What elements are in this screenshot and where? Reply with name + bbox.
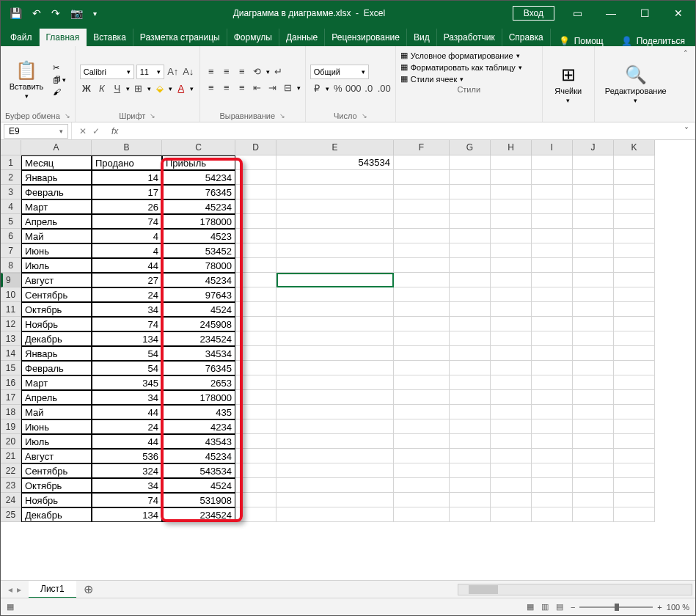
accept-formula-icon[interactable]: ✓ bbox=[92, 126, 100, 136]
cell-H17[interactable] bbox=[491, 390, 532, 405]
cell-G18[interactable] bbox=[450, 405, 491, 419]
cell-I7[interactable] bbox=[532, 243, 573, 258]
row-header-22[interactable]: 22 bbox=[1, 463, 21, 478]
cell-H18[interactable] bbox=[491, 405, 532, 419]
formula-input[interactable] bbox=[122, 122, 678, 139]
cell-A9[interactable]: Август bbox=[21, 273, 92, 287]
cell-G23[interactable] bbox=[450, 478, 491, 493]
cell-K14[interactable] bbox=[614, 346, 655, 361]
row-header-16[interactable]: 16 bbox=[1, 375, 21, 390]
login-button[interactable]: Вход bbox=[513, 6, 554, 21]
cell-B25[interactable]: 134 bbox=[92, 507, 162, 522]
cell-H12[interactable] bbox=[491, 317, 532, 331]
cell-H2[interactable] bbox=[491, 170, 532, 185]
cell-G17[interactable] bbox=[450, 390, 491, 405]
cell-J4[interactable] bbox=[573, 199, 614, 214]
cell-D2[interactable] bbox=[235, 170, 276, 185]
cell-A15[interactable]: Февраль bbox=[21, 361, 92, 375]
cell-J16[interactable] bbox=[573, 375, 614, 390]
cell-J21[interactable] bbox=[573, 449, 614, 463]
cell-A16[interactable]: Март bbox=[21, 375, 92, 390]
cell-E14[interactable] bbox=[276, 346, 394, 361]
cell-I15[interactable] bbox=[532, 361, 573, 375]
cell-F24[interactable] bbox=[394, 493, 450, 507]
cell-C21[interactable]: 45234 bbox=[162, 449, 235, 463]
row-header-5[interactable]: 5 bbox=[1, 214, 21, 229]
cell-E22[interactable] bbox=[276, 463, 394, 478]
cell-J18[interactable] bbox=[573, 405, 614, 419]
cell-B12[interactable]: 74 bbox=[92, 317, 162, 331]
cells-button[interactable]: ⊞ Ячейки ▾ bbox=[547, 49, 590, 119]
cell-J5[interactable] bbox=[573, 214, 614, 229]
cell-styles-button[interactable]: ▦Стили ячеек▾ bbox=[400, 74, 538, 84]
row-header-17[interactable]: 17 bbox=[1, 390, 21, 405]
cell-F15[interactable] bbox=[394, 361, 450, 375]
cell-H11[interactable] bbox=[491, 302, 532, 317]
cell-B6[interactable]: 4 bbox=[92, 229, 162, 243]
cell-G8[interactable] bbox=[450, 258, 491, 273]
cell-F23[interactable] bbox=[394, 478, 450, 493]
cell-D21[interactable] bbox=[235, 449, 276, 463]
cell-J13[interactable] bbox=[573, 331, 614, 346]
cell-G16[interactable] bbox=[450, 375, 491, 390]
cell-I23[interactable] bbox=[532, 478, 573, 493]
cell-F10[interactable] bbox=[394, 287, 450, 302]
row-header-19[interactable]: 19 bbox=[1, 419, 21, 434]
sheet-nav-prev-icon[interactable]: ◂ bbox=[8, 584, 12, 595]
cell-J2[interactable] bbox=[573, 170, 614, 185]
cell-C13[interactable]: 234524 bbox=[162, 331, 235, 346]
cell-J25[interactable] bbox=[573, 507, 614, 522]
cell-C11[interactable]: 4524 bbox=[162, 302, 235, 317]
save-icon[interactable]: 💾 bbox=[10, 7, 22, 19]
cell-J22[interactable] bbox=[573, 463, 614, 478]
cell-I25[interactable] bbox=[532, 507, 573, 522]
cell-F4[interactable] bbox=[394, 199, 450, 214]
tab-data[interactable]: Данные bbox=[279, 29, 325, 46]
cell-I6[interactable] bbox=[532, 229, 573, 243]
cell-K23[interactable] bbox=[614, 478, 655, 493]
cell-D20[interactable] bbox=[235, 434, 276, 449]
cell-H24[interactable] bbox=[491, 493, 532, 507]
cell-I4[interactable] bbox=[532, 199, 573, 214]
cell-D11[interactable] bbox=[235, 302, 276, 317]
cell-D14[interactable] bbox=[235, 346, 276, 361]
tab-page-layout[interactable]: Разметка страницы bbox=[133, 29, 227, 46]
cell-I20[interactable] bbox=[532, 434, 573, 449]
cell-I17[interactable] bbox=[532, 390, 573, 405]
cell-D24[interactable] bbox=[235, 493, 276, 507]
cell-D18[interactable] bbox=[235, 405, 276, 419]
row-header-6[interactable]: 6 bbox=[1, 229, 21, 243]
cell-K12[interactable] bbox=[614, 317, 655, 331]
cell-E13[interactable] bbox=[276, 331, 394, 346]
cell-J20[interactable] bbox=[573, 434, 614, 449]
cell-F18[interactable] bbox=[394, 405, 450, 419]
cell-F21[interactable] bbox=[394, 449, 450, 463]
page-layout-view-icon[interactable]: ▥ bbox=[541, 602, 549, 612]
increase-indent-icon[interactable]: ⇥ bbox=[266, 81, 279, 95]
bold-button[interactable]: Ж bbox=[80, 82, 93, 95]
cell-I9[interactable] bbox=[532, 273, 573, 287]
cell-D6[interactable] bbox=[235, 229, 276, 243]
cancel-formula-icon[interactable]: ✕ bbox=[79, 126, 87, 136]
cell-B17[interactable]: 34 bbox=[92, 390, 162, 405]
cell-B14[interactable]: 54 bbox=[92, 346, 162, 361]
cell-H10[interactable] bbox=[491, 287, 532, 302]
cell-A6[interactable]: Май bbox=[21, 229, 92, 243]
cell-D5[interactable] bbox=[235, 214, 276, 229]
cell-E5[interactable] bbox=[276, 214, 394, 229]
cell-F3[interactable] bbox=[394, 185, 450, 199]
cell-A25[interactable]: Декабрь bbox=[21, 507, 92, 522]
cell-H9[interactable] bbox=[491, 273, 532, 287]
cell-H4[interactable] bbox=[491, 199, 532, 214]
cell-D16[interactable] bbox=[235, 375, 276, 390]
col-header-H[interactable]: H bbox=[491, 140, 532, 155]
conditional-formatting-button[interactable]: ▦Условное форматирование▾ bbox=[400, 51, 538, 60]
cell-K17[interactable] bbox=[614, 390, 655, 405]
cell-E7[interactable] bbox=[276, 243, 394, 258]
collapse-ribbon-icon[interactable]: ˄ bbox=[677, 46, 695, 122]
tab-view[interactable]: Вид bbox=[407, 29, 437, 46]
cell-B15[interactable]: 54 bbox=[92, 361, 162, 375]
cell-C22[interactable]: 543534 bbox=[162, 463, 235, 478]
cut-button[interactable]: ✂ bbox=[51, 62, 68, 73]
cell-A5[interactable]: Апрель bbox=[21, 214, 92, 229]
